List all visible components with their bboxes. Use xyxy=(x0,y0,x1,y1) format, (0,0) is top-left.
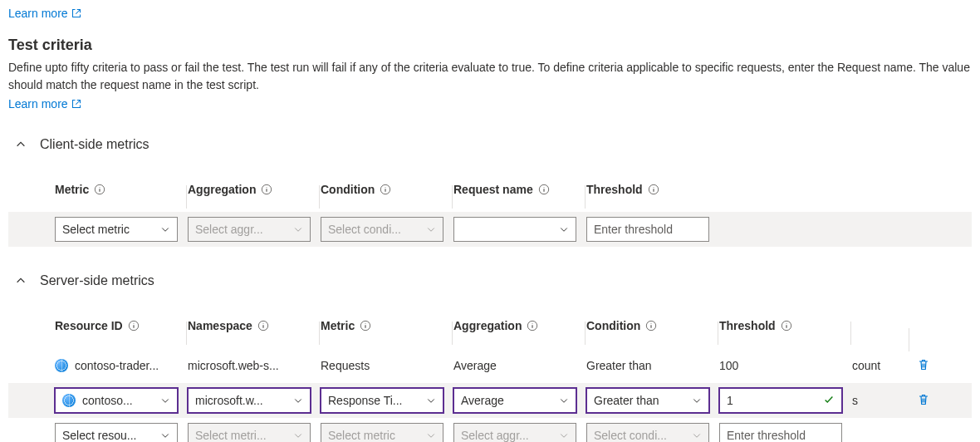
threshold-input[interactable] xyxy=(586,217,709,242)
chevron-down-icon xyxy=(559,395,569,405)
namespace-select[interactable]: microsoft.w... xyxy=(188,388,311,413)
checkmark-icon xyxy=(823,394,835,408)
cell-unit: s xyxy=(852,394,858,407)
client-headers-row: Metric Aggregation Condition Request nam… xyxy=(8,172,972,207)
cell-threshold: 100 xyxy=(719,359,738,372)
chevron-down-icon xyxy=(426,395,436,405)
select-text: Select metric xyxy=(328,429,395,442)
select-text: Select metri... xyxy=(195,429,267,442)
info-icon[interactable] xyxy=(261,184,272,195)
header-metric: Metric xyxy=(321,319,355,332)
threshold-field[interactable] xyxy=(594,223,702,236)
threshold-input[interactable] xyxy=(719,388,842,413)
request-name-select[interactable] xyxy=(453,217,576,242)
delete-button[interactable] xyxy=(917,358,930,374)
info-icon[interactable] xyxy=(527,320,538,332)
chevron-up-icon xyxy=(15,139,27,150)
info-icon[interactable] xyxy=(648,184,659,195)
globe-icon xyxy=(62,394,76,407)
external-link-icon xyxy=(71,8,81,18)
header-aggregation: Aggregation xyxy=(453,319,522,332)
aggregation-select[interactable]: Average xyxy=(453,388,576,413)
header-condition: Condition xyxy=(321,183,375,196)
cell-resource-id: contoso-trader... xyxy=(75,359,159,372)
select-text: Select condi... xyxy=(594,429,667,442)
section-title: Test criteria xyxy=(8,37,972,54)
chevron-down-icon xyxy=(293,395,303,405)
select-text: Response Ti... xyxy=(328,394,403,407)
select-text: Greater than xyxy=(594,394,659,407)
server-headers-row: Resource ID Namespace Metric Aggregation… xyxy=(8,308,972,343)
threshold-input[interactable] xyxy=(719,423,842,442)
chevron-down-icon xyxy=(692,430,702,440)
metric-select[interactable]: Response Ti... xyxy=(321,388,443,413)
learn-more-label: Learn more xyxy=(8,97,68,110)
delete-button[interactable] xyxy=(917,393,930,409)
info-icon[interactable] xyxy=(781,320,792,332)
header-request-name: Request name xyxy=(453,183,533,196)
info-icon[interactable] xyxy=(94,184,105,195)
header-threshold: Threshold xyxy=(586,183,643,196)
header-metric: Metric xyxy=(55,183,89,196)
external-link-icon xyxy=(71,99,81,109)
info-icon[interactable] xyxy=(360,320,371,332)
metric-select[interactable]: Select metric xyxy=(321,423,443,442)
accordion-client-side[interactable]: Client-side metrics xyxy=(8,132,972,157)
select-text: Select aggr... xyxy=(195,223,263,236)
select-text: Select condi... xyxy=(328,223,401,236)
select-text: Select metric xyxy=(62,223,130,236)
select-text: Select aggr... xyxy=(461,429,529,442)
chevron-down-icon xyxy=(160,395,170,405)
server-data-row: contoso-trader... microsoft.web-s... Req… xyxy=(8,348,972,383)
condition-select[interactable]: Select condi... xyxy=(586,423,709,442)
info-icon[interactable] xyxy=(380,184,391,195)
accordion-server-side[interactable]: Server-side metrics xyxy=(8,268,972,293)
chevron-down-icon xyxy=(293,224,303,234)
server-form-row-new: Select resou... Select metri... Select m… xyxy=(8,418,972,442)
chevron-down-icon xyxy=(426,430,436,440)
learn-more-link-section[interactable]: Learn more xyxy=(8,97,81,110)
chevron-down-icon xyxy=(692,395,702,405)
header-aggregation: Aggregation xyxy=(188,183,256,196)
chevron-down-icon xyxy=(160,430,170,440)
aggregation-select[interactable]: Select aggr... xyxy=(453,423,576,442)
chevron-down-icon xyxy=(559,430,569,440)
client-form-row: Select metric Select aggr... Select cond… xyxy=(8,212,972,247)
info-icon[interactable] xyxy=(257,320,269,332)
cell-condition: Greater than xyxy=(586,359,652,372)
trash-icon xyxy=(917,358,930,374)
chevron-down-icon xyxy=(559,224,569,234)
select-text: Average xyxy=(461,394,504,407)
section-description: Define upto fifty criteria to pass or fa… xyxy=(8,59,972,94)
header-resource-id: Resource ID xyxy=(55,319,123,332)
header-namespace: Namespace xyxy=(188,319,252,332)
threshold-field[interactable] xyxy=(727,429,835,442)
info-icon[interactable] xyxy=(128,320,140,332)
chevron-up-icon xyxy=(15,275,27,287)
select-text: contoso... xyxy=(82,394,133,407)
select-text: microsoft.w... xyxy=(195,394,263,407)
info-icon[interactable] xyxy=(645,320,657,332)
chevron-down-icon xyxy=(160,224,170,234)
condition-select[interactable]: Select condi... xyxy=(321,217,443,242)
server-form-row-active: contoso... microsoft.w... Response Ti...… xyxy=(8,383,972,418)
resource-id-select[interactable]: contoso... xyxy=(55,388,178,413)
condition-select[interactable]: Greater than xyxy=(586,388,709,413)
info-icon[interactable] xyxy=(538,184,550,195)
aggregation-select[interactable]: Select aggr... xyxy=(188,217,311,242)
learn-more-label: Learn more xyxy=(8,7,68,20)
trash-icon xyxy=(917,393,930,409)
cell-namespace: microsoft.web-s... xyxy=(188,359,279,372)
chevron-down-icon xyxy=(426,224,436,234)
header-condition: Condition xyxy=(586,319,640,332)
metric-select[interactable]: Select metric xyxy=(55,217,178,242)
learn-more-link-top[interactable]: Learn more xyxy=(8,7,81,20)
cell-metric: Requests xyxy=(321,359,370,372)
cell-unit: count xyxy=(852,359,880,372)
accordion-title: Server-side metrics xyxy=(40,273,154,288)
threshold-field[interactable] xyxy=(727,394,823,407)
globe-icon xyxy=(55,359,68,372)
select-text: Select resou... xyxy=(62,429,137,442)
namespace-select[interactable]: Select metri... xyxy=(188,423,311,442)
resource-id-select[interactable]: Select resou... xyxy=(55,423,178,442)
